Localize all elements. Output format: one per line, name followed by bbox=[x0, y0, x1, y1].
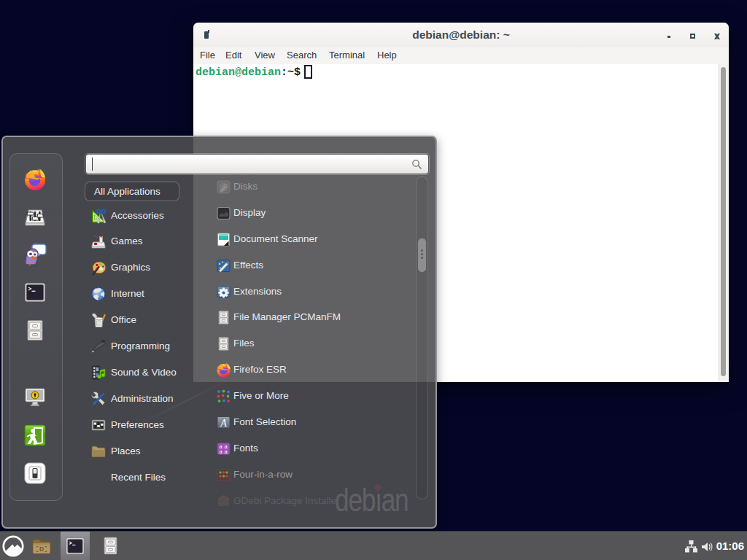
svg-text:A: A bbox=[220, 418, 227, 429]
svg-text:D: D bbox=[39, 545, 44, 553]
